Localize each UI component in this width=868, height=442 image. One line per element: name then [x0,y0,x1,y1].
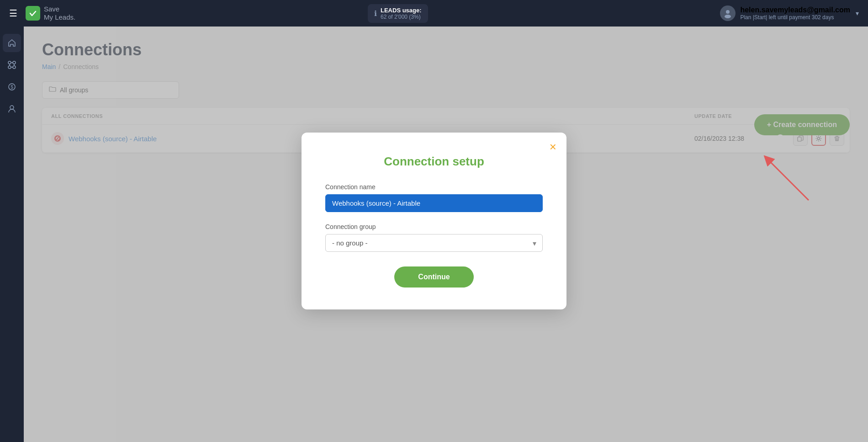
user-info: helen.savemyleads@gmail.com Plan |Start|… [720,5,850,21]
hamburger-icon[interactable]: ☰ [9,8,17,19]
sidebar-item-billing[interactable]: $ [3,78,21,96]
svg-point-13 [10,106,14,109]
sidebar-item-account[interactable] [3,100,21,118]
connection-name-input[interactable] [325,194,543,212]
logo: Save My Leads. [26,5,75,21]
topbar: ☰ Save My Leads. ℹ LEADS usage: 62 of 2'… [0,0,868,27]
sidebar-item-home[interactable] [3,34,21,52]
sidebar-item-integrations[interactable] [3,56,21,74]
svg-point-6 [13,66,16,69]
continue-button[interactable]: Continue [394,266,473,288]
connection-group-select-wrapper: - no group - [325,234,543,252]
svg-point-2 [725,15,731,18]
connection-setup-modal: × Connection setup Connection name Conne… [302,133,566,309]
modal-title: Connection setup [325,154,543,169]
avatar [720,5,736,21]
modal-close-button[interactable]: × [550,141,556,153]
logo-text: Save My Leads. [44,5,75,21]
info-icon: ℹ [374,9,377,18]
topbar-center: ℹ LEADS usage: 62 of 2'000 (3%) [75,4,720,23]
user-details: helen.savemyleads@gmail.com Plan |Start|… [740,6,850,21]
svg-text:$: $ [11,85,13,90]
connection-name-label: Connection name [325,183,543,191]
topbar-right: helen.savemyleads@gmail.com Plan |Start|… [720,5,859,21]
topbar-left: ☰ Save My Leads. [9,5,75,21]
svg-point-1 [726,10,730,14]
leads-usage: ℹ LEADS usage: 62 of 2'000 (3%) [368,4,428,23]
svg-point-4 [13,61,16,64]
connection-group-label: Connection group [325,223,543,230]
connection-group-group: Connection group - no group - [325,223,543,252]
svg-point-5 [8,66,11,69]
chevron-down-icon[interactable]: ▾ [856,10,859,17]
logo-icon [26,6,40,21]
svg-point-3 [8,61,11,64]
sidebar: $ [0,27,24,442]
modal-footer: Continue [325,266,543,288]
connection-name-group: Connection name [325,183,543,212]
connection-group-select[interactable]: - no group - [325,234,543,252]
leads-info: LEADS usage: 62 of 2'000 (3%) [381,7,422,20]
